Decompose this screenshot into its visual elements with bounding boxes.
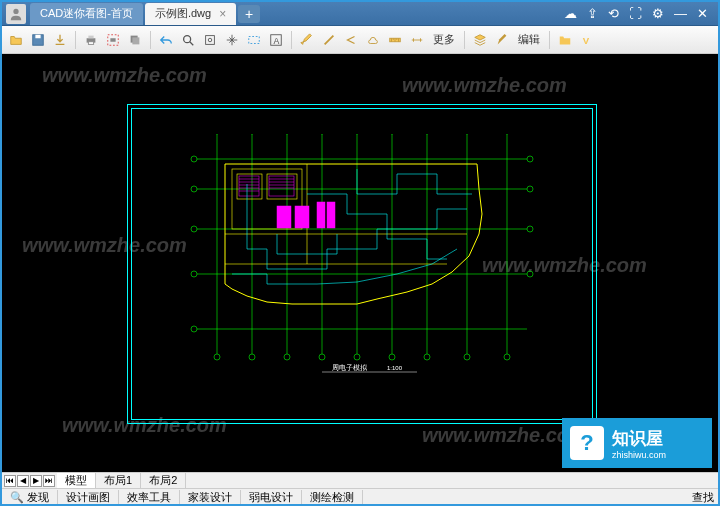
svg-point-46 xyxy=(191,271,197,277)
text-find-button[interactable]: A xyxy=(266,30,286,50)
zoom-extents-button[interactable] xyxy=(200,30,220,50)
svg-point-50 xyxy=(214,354,220,360)
folder-button[interactable] xyxy=(555,30,575,50)
svg-point-37 xyxy=(191,156,197,162)
svg-rect-60 xyxy=(237,174,262,199)
fullscreen-icon[interactable]: ⛶ xyxy=(629,6,642,21)
tab-layout1[interactable]: 布局1 xyxy=(96,473,141,488)
tab-close-icon[interactable]: × xyxy=(219,7,226,21)
svg-point-43 xyxy=(191,226,197,232)
nav-prev-icon[interactable]: ◀ xyxy=(17,475,29,487)
brand-icon: ? xyxy=(570,426,604,460)
svg-point-53 xyxy=(319,354,325,360)
nav-last-icon[interactable]: ⏭ xyxy=(43,475,55,487)
user-avatar[interactable] xyxy=(6,4,26,24)
tab-model[interactable]: 模型 xyxy=(57,473,96,488)
measure-button[interactable] xyxy=(385,30,405,50)
watermark: www.wmzhe.com xyxy=(42,64,207,87)
pencil-button[interactable] xyxy=(297,30,317,50)
status-decoration[interactable]: 家装设计 xyxy=(180,490,241,505)
tab-home[interactable]: CAD迷你看图-首页 xyxy=(30,3,143,25)
nav-first-icon[interactable]: ⏮ xyxy=(4,475,16,487)
export-button[interactable] xyxy=(50,30,70,50)
status-tools[interactable]: 效率工具 xyxy=(119,490,180,505)
drawing-canvas[interactable]: www.wmzhe.com www.wmzhe.com www.wmzhe.co… xyxy=(2,54,718,472)
tab-label: 示例图.dwg xyxy=(155,6,211,21)
zoom-button[interactable] xyxy=(178,30,198,50)
save-button[interactable] xyxy=(28,30,48,50)
print-button[interactable] xyxy=(81,30,101,50)
revert-button[interactable] xyxy=(341,30,361,50)
drawing-title: 周电子模拟 xyxy=(332,364,367,371)
edit-icon[interactable] xyxy=(492,30,512,50)
brand-badge: ? 知识屋 zhishiwu.com xyxy=(562,418,712,468)
svg-point-38 xyxy=(527,156,533,162)
svg-point-0 xyxy=(13,8,18,13)
svg-point-41 xyxy=(527,186,533,192)
status-design[interactable]: 设计画图 xyxy=(58,490,119,505)
svg-point-47 xyxy=(527,271,533,277)
svg-rect-78 xyxy=(317,202,325,228)
area-select-button[interactable] xyxy=(244,30,264,50)
open-button[interactable] xyxy=(6,30,26,50)
svg-rect-5 xyxy=(88,41,93,44)
status-electrical[interactable]: 弱电设计 xyxy=(241,490,302,505)
svg-rect-13 xyxy=(249,36,260,43)
batch-print-button[interactable] xyxy=(125,30,145,50)
svg-rect-61 xyxy=(267,174,297,199)
svg-rect-7 xyxy=(110,38,115,42)
svg-point-12 xyxy=(208,38,212,42)
cloud-icon[interactable]: ☁ xyxy=(564,6,577,21)
brand-en: zhishiwu.com xyxy=(612,450,666,460)
status-right[interactable]: 查找 xyxy=(692,490,718,505)
tab-label: CAD迷你看图-首页 xyxy=(40,6,133,21)
pan-button[interactable] xyxy=(222,30,242,50)
layers-button[interactable] xyxy=(470,30,490,50)
toolbar: A 更多 编辑 V xyxy=(2,26,718,54)
tab-file[interactable]: 示例图.dwg × xyxy=(145,3,236,25)
dimension-button[interactable] xyxy=(407,30,427,50)
svg-rect-2 xyxy=(35,34,40,38)
svg-point-51 xyxy=(249,354,255,360)
minimize-icon[interactable]: — xyxy=(674,6,687,21)
line-button[interactable] xyxy=(319,30,339,50)
floorplan-svg: 周电子模拟 1:100 xyxy=(177,134,547,374)
share-icon[interactable]: ⇪ xyxy=(587,6,598,21)
revcloud-button[interactable] xyxy=(363,30,383,50)
svg-text:V: V xyxy=(583,34,590,45)
watermark: www.wmzhe.com xyxy=(402,74,567,97)
status-discover[interactable]: 🔍发现 xyxy=(2,490,58,505)
svg-text:A: A xyxy=(273,35,279,45)
status-survey[interactable]: 测绘检测 xyxy=(302,490,363,505)
svg-point-40 xyxy=(191,186,197,192)
status-bar: 🔍发现 设计画图 效率工具 家装设计 弱电设计 测绘检测 查找 xyxy=(2,488,718,506)
edit-button[interactable]: 编辑 xyxy=(514,32,544,47)
svg-point-57 xyxy=(464,354,470,360)
print-area-button[interactable] xyxy=(103,30,123,50)
brand-cn: 知识屋 xyxy=(612,427,666,450)
tab-add-button[interactable]: + xyxy=(238,5,260,23)
svg-point-55 xyxy=(389,354,395,360)
more-button[interactable]: 更多 xyxy=(429,32,459,47)
titlebar: CAD迷你看图-首页 示例图.dwg × + ☁ ⇪ ⟲ ⛶ ⚙ — ✕ xyxy=(2,2,718,26)
svg-point-58 xyxy=(504,354,510,360)
svg-rect-9 xyxy=(132,37,139,44)
svg-point-54 xyxy=(354,354,360,360)
svg-point-52 xyxy=(284,354,290,360)
window-controls: ☁ ⇪ ⟲ ⛶ ⚙ — ✕ xyxy=(564,6,718,21)
layout-nav: ⏮ ◀ ▶ ⏭ 模型 布局1 布局2 xyxy=(2,472,718,488)
svg-rect-77 xyxy=(295,206,309,228)
close-icon[interactable]: ✕ xyxy=(697,6,708,21)
settings-icon[interactable]: ⚙ xyxy=(652,6,664,21)
svg-rect-79 xyxy=(327,202,335,228)
tab-layout2[interactable]: 布局2 xyxy=(141,473,186,488)
svg-point-49 xyxy=(191,326,197,332)
refresh-icon[interactable]: ⟲ xyxy=(608,6,619,21)
vip-button[interactable]: V xyxy=(577,30,597,50)
svg-rect-4 xyxy=(88,35,93,38)
svg-rect-76 xyxy=(277,206,291,228)
svg-rect-11 xyxy=(206,35,215,44)
nav-next-icon[interactable]: ▶ xyxy=(30,475,42,487)
undo-button[interactable] xyxy=(156,30,176,50)
drawing-scale: 1:100 xyxy=(387,365,403,371)
